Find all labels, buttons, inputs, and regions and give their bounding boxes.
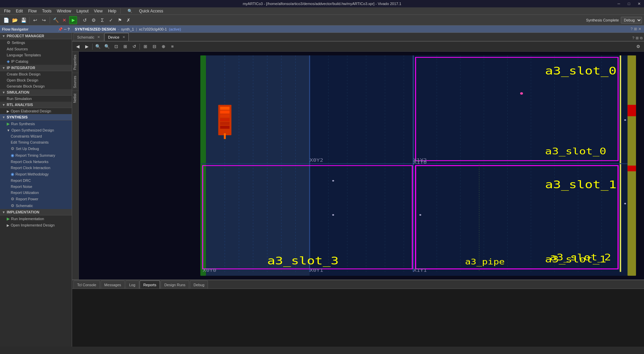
menu-tools[interactable]: Tools xyxy=(39,8,54,14)
vt-prev[interactable]: ◀ xyxy=(73,43,82,51)
nav-run-synthesis[interactable]: ▶ Run Synthesis xyxy=(0,120,72,127)
refresh-button[interactable]: ↺ xyxy=(81,16,89,24)
quick-access[interactable]: 🔍 Quick Access xyxy=(122,7,169,15)
device-canvas[interactable]: a3_slot_0 a3_slot_0 a3_slot_1 a3_slot_1 … xyxy=(79,52,644,280)
settings-button[interactable]: ⚙ xyxy=(90,16,98,24)
bottom-content xyxy=(72,289,644,347)
nav-report-timing[interactable]: ◉ Report Timing Summary xyxy=(0,152,72,159)
nav-report-clock-networks[interactable]: Report Clock Networks xyxy=(0,159,72,165)
check-button[interactable]: ✓ xyxy=(107,16,115,24)
tab-question-icon[interactable]: ? xyxy=(632,36,634,40)
nav-report-drc[interactable]: Report DRC xyxy=(0,178,72,184)
nav-set-up-debug[interactable]: ⚙ Set Up Debug xyxy=(0,145,72,152)
sigma-button[interactable]: Σ xyxy=(98,16,106,24)
btab-tcl[interactable]: Tcl Console xyxy=(73,281,100,289)
nav-report-clock-interaction[interactable]: Report Clock Interaction xyxy=(0,165,72,171)
nav-constraints-wizard[interactable]: Constraints Wizard xyxy=(0,133,72,139)
section-header-impl[interactable]: ▼ IMPLEMENTATION xyxy=(0,209,72,215)
nav-edit-timing[interactable]: Edit Timing Constraints xyxy=(0,139,72,145)
section-label-impl: IMPLEMENTATION xyxy=(7,210,39,214)
vt-more[interactable]: ≡ xyxy=(168,43,177,51)
btab-log[interactable]: Log xyxy=(125,281,139,289)
section-label-pm: PROJECT MANAGER xyxy=(7,34,44,38)
vt-zoom-in[interactable]: 🔍 xyxy=(94,43,102,51)
menu-edit[interactable]: Edit xyxy=(13,8,25,14)
nav-open-block[interactable]: Open Block Design xyxy=(0,77,72,83)
compile-button[interactable]: 🔨 xyxy=(52,16,60,24)
run-button[interactable]: ▶ xyxy=(69,16,77,24)
side-tab-sources[interactable]: Sources xyxy=(72,73,78,91)
open-button[interactable]: 📂 xyxy=(11,16,19,24)
vt-marker[interactable]: ⊕ xyxy=(159,43,168,51)
nav-language-templates[interactable]: Language Templates xyxy=(0,52,72,58)
header-question[interactable]: ? xyxy=(631,27,633,31)
undo-button[interactable]: ↩ xyxy=(31,16,39,24)
nav-report-noise[interactable]: Report Noise xyxy=(0,184,72,190)
side-tab-properties[interactable]: Properties xyxy=(72,52,78,73)
tab-device-close[interactable]: ✕ xyxy=(122,35,125,39)
vt-fit[interactable]: ⊡ xyxy=(112,43,120,51)
nav-run-impl[interactable]: ▶ Run Implementation xyxy=(0,215,72,222)
header-expand[interactable]: ⊞ xyxy=(634,27,637,31)
debug-select[interactable]: Debug xyxy=(621,17,642,23)
vt-grid[interactable]: ⊞ xyxy=(141,43,150,51)
menu-layout[interactable]: Layout xyxy=(74,8,91,14)
btab-debug[interactable]: Debug xyxy=(190,281,208,289)
tab-schematic[interactable]: Schematic ✕ xyxy=(73,33,104,41)
save-button[interactable]: 💾 xyxy=(19,16,28,24)
btab-reports[interactable]: Reports xyxy=(140,281,160,289)
btab-messages[interactable]: Messages xyxy=(101,281,125,289)
nav-create-block[interactable]: Create Block Design xyxy=(0,71,72,77)
vt-rotate[interactable]: ↺ xyxy=(130,43,139,51)
side-tab-netlist[interactable]: Netlist xyxy=(72,91,78,106)
redo-button[interactable]: ↪ xyxy=(40,16,48,24)
menu-view[interactable]: View xyxy=(91,8,105,14)
nav-open-impl[interactable]: ▶ Open Implemented Design xyxy=(0,222,72,228)
nav-report-utilization[interactable]: Report Utilization xyxy=(0,190,72,196)
minimize-button[interactable]: ─ xyxy=(614,0,624,7)
nav-add-sources[interactable]: Add Sources xyxy=(0,46,72,52)
section-header-ip-integrator[interactable]: ▼ IP INTEGRATOR xyxy=(0,65,72,71)
vt-route[interactable]: ⊟ xyxy=(150,43,159,51)
nav-settings[interactable]: ⚙ Settings xyxy=(0,39,72,46)
nav-ip-catalog[interactable]: ◈ IP Catalog xyxy=(0,58,72,65)
vt-zoom-sel[interactable]: ⊞ xyxy=(121,43,129,51)
flow-nav-scroll[interactable]: ▼ PROJECT MANAGER ⚙ Settings Add Sources… xyxy=(0,33,72,347)
tab-expand-icon[interactable]: ⊞ xyxy=(636,36,639,40)
stop-button[interactable]: ✕ xyxy=(60,16,68,24)
menu-file[interactable]: File xyxy=(1,8,13,14)
menu-help[interactable]: Help xyxy=(105,8,119,14)
nav-pin-icon[interactable]: 📌 xyxy=(58,27,63,32)
nav-report-power[interactable]: ⚙ Report Power xyxy=(0,196,72,202)
vt-settings[interactable]: ⚙ xyxy=(634,43,643,51)
new-button[interactable]: 📄 xyxy=(2,16,10,24)
flag-button[interactable]: ⚑ xyxy=(116,16,124,24)
section-header-simulation[interactable]: ▼ SIMULATION xyxy=(0,89,72,96)
nav-schematic[interactable]: ⚙ Schematic xyxy=(0,202,72,209)
nav-minus-icon[interactable]: ─ xyxy=(64,27,66,32)
menu-flow[interactable]: Flow xyxy=(25,8,39,14)
maximize-button[interactable]: □ xyxy=(624,0,634,7)
tab-schematic-close[interactable]: ✕ xyxy=(97,35,100,39)
section-header-rtl[interactable]: ▼ RTL ANALYSIS xyxy=(0,102,72,108)
nav-question-icon[interactable]: ? xyxy=(67,27,70,32)
vt-zoom-out[interactable]: 🔍 xyxy=(103,43,111,51)
section-header-synthesis[interactable]: ▼ SYNTHESIS xyxy=(0,114,72,120)
section-header-project-manager[interactable]: ▼ PROJECT MANAGER xyxy=(0,33,72,39)
nav-open-synthesized[interactable]: ▼ Open Synthesized Design xyxy=(0,127,72,133)
svg-text:a3_slot_0: a3_slot_0 xyxy=(545,65,616,77)
header-close[interactable]: ✕ xyxy=(638,27,641,31)
tab-device[interactable]: Device ✕ xyxy=(104,33,129,41)
nav-run-simulation[interactable]: Run Simulation xyxy=(0,96,72,102)
btab-design-runs[interactable]: Design Runs xyxy=(161,281,189,289)
tab-float-icon[interactable]: ⧉ xyxy=(640,36,643,40)
vt-next[interactable]: ▶ xyxy=(83,43,91,51)
svg-rect-35 xyxy=(220,114,229,117)
close-button[interactable]: ✕ xyxy=(634,0,644,7)
svg-point-63 xyxy=(419,214,421,216)
nav-open-elaborated[interactable]: ▶ Open Elaborated Design xyxy=(0,108,72,114)
menu-window[interactable]: Window xyxy=(54,8,74,14)
nav-generate-block[interactable]: Generate Block Design xyxy=(0,83,72,89)
x-button[interactable]: ✗ xyxy=(124,16,132,24)
nav-report-methodology[interactable]: ◉ Report Methodology xyxy=(0,171,72,178)
